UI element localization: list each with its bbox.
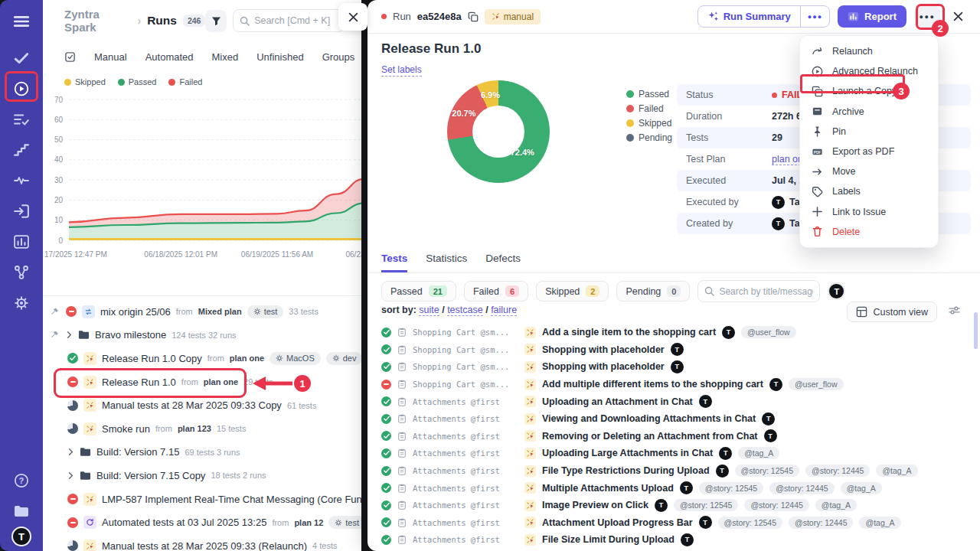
run-list-item[interactable]: Manual tests at 28 Mar 2025 09:33 Copy61… — [43, 393, 361, 417]
test-case-row[interactable]: Attachments @firstMultiple Attachments U… — [381, 479, 980, 497]
run-detail-drawer: Run ea524e8a manual Run Summary ●●● Repo… — [368, 0, 980, 551]
test-case-row[interactable]: Attachments @firstImage Preview on Click… — [381, 497, 980, 514]
run-list-item[interactable]: Build: Version 7.1569 tests 3 runs — [43, 441, 361, 465]
run-list-item[interactable]: Smoke runfromplan 12315 tests — [43, 417, 361, 441]
menu-item-delete[interactable]: Delete — [800, 222, 938, 242]
activity-icon[interactable] — [6, 165, 37, 196]
sort-by-testcase[interactable]: testcase — [447, 305, 483, 316]
run-list-item[interactable]: Bravo milestone124 tests 32 runs — [43, 324, 361, 347]
drawer-close-icon[interactable] — [948, 7, 968, 27]
plus-icon — [812, 206, 823, 217]
clipboard-icon — [397, 432, 407, 441]
svg-text:17/2025 12:47 PM: 17/2025 12:47 PM — [44, 250, 107, 259]
settings-icon[interactable] — [6, 288, 37, 318]
env-badge: MacOS — [270, 352, 321, 365]
test-case-row[interactable]: Attachments @firstAttachment Upload Prog… — [381, 514, 980, 532]
copy-run-id-icon[interactable] — [468, 11, 479, 22]
run-list-item[interactable]: Release Run 1.0fromplan one29 tests — [43, 370, 361, 394]
test-case-row[interactable]: Attachments @firstUploading an Attachmen… — [381, 393, 980, 410]
menu-item-launch-a-copy[interactable]: Launch a Copy — [800, 81, 938, 101]
run-list-item[interactable]: Build: Version 7.15 Copy18 tests 2 runs — [43, 464, 361, 487]
search-icon — [704, 286, 714, 296]
menu-item-link-to-issue[interactable]: Link to Issue — [800, 202, 938, 222]
run-list-item[interactable]: mix origin 25/06fromMixed plantest33 tes… — [43, 300, 361, 324]
view-settings-icon[interactable] — [949, 305, 960, 319]
assignee-avatar[interactable]: T — [828, 282, 845, 300]
manual-icon — [524, 500, 536, 511]
test-tag: @story: 12445 — [769, 482, 834, 494]
select-runs-icon[interactable] — [64, 51, 76, 63]
menu-item-move[interactable]: Move — [800, 161, 938, 181]
test-tag: @story: 12545 — [699, 482, 763, 494]
test-case-row[interactable]: Shopping Cart @sm...Add multiple differe… — [381, 376, 980, 393]
menu-item-labels[interactable]: Labels — [800, 181, 938, 201]
manual-icon — [524, 413, 536, 425]
manual-icon — [524, 517, 536, 528]
run-id: ea524e8a — [417, 11, 462, 22]
tab-defects[interactable]: Defects — [485, 253, 521, 272]
milestones-icon[interactable] — [6, 135, 37, 165]
folder-icon — [80, 470, 91, 481]
test-case-row[interactable]: Attachments @firstRemoving or Deleting a… — [381, 428, 980, 445]
runs-tab-manual[interactable]: Manual — [94, 51, 127, 63]
donut-legend-skipped: Skipped — [626, 118, 672, 129]
menu-item-export-as-pdf[interactable]: PDFExport as PDF — [800, 142, 938, 161]
run-summary-more-button[interactable]: ●●● — [800, 6, 829, 27]
projects-icon[interactable] — [6, 496, 37, 527]
project-breadcrumb[interactable]: Zyntra Spark — [64, 8, 132, 34]
sort-bar: sort by: suite / testcase / failure — [381, 305, 517, 315]
test-tag: @tag_A — [841, 482, 882, 494]
filter-chip-pending[interactable]: Pending0 — [616, 281, 690, 302]
more-actions-button[interactable]: ●●● — [914, 5, 940, 28]
run-list-item[interactable]: Manual tests at 28 Mar 2025 09:33 (Relau… — [43, 534, 361, 551]
custom-view-button[interactable]: Custom view — [847, 302, 937, 322]
filter-button[interactable] — [205, 10, 227, 32]
test-case-row[interactable]: Attachments @firstFile Size Limit During… — [381, 531, 980, 549]
menu-item-advanced-relaunch[interactable]: Advanced Relaunch — [800, 61, 938, 81]
run-list-item[interactable]: LMP-587 Implement Real-Time Chat Messagi… — [43, 487, 361, 511]
test-tag: @story: 12445 — [744, 499, 808, 511]
test-case-row[interactable]: Shopping Cart @sm...Shopping with placeh… — [381, 358, 980, 376]
set-labels-link[interactable]: Set labels — [381, 64, 422, 77]
runs-icon[interactable] — [6, 73, 37, 104]
runs-tab-automated[interactable]: Automated — [145, 51, 194, 63]
test-case-row[interactable]: Shopping Cart @sm...Shopping with placeh… — [381, 341, 980, 359]
menu-item-archive[interactable]: Archive — [800, 102, 938, 122]
integrations-icon[interactable] — [6, 257, 37, 288]
test-case-row[interactable]: Attachments @firstViewing and Downloadin… — [381, 410, 980, 428]
run-list-item[interactable]: Automated tests at 03 Jul 2025 13:25from… — [43, 510, 361, 534]
assignee-avatar: T — [769, 378, 782, 391]
sort-by-suite[interactable]: suite — [419, 305, 439, 316]
menu-icon[interactable] — [6, 6, 37, 37]
run-summary-button[interactable]: Run Summary — [698, 6, 800, 27]
manual-run-icon — [83, 493, 96, 506]
test-case-row[interactable]: Attachments @firstUploading Large Attach… — [381, 445, 980, 462]
svg-text:06/18/2025 12:01 PM: 06/18/2025 12:01 PM — [144, 250, 217, 259]
panel-close-button[interactable] — [338, 3, 368, 31]
runs-search-input[interactable] — [254, 15, 338, 26]
test-plans-icon[interactable] — [6, 104, 37, 135]
runs-tab-mixed[interactable]: Mixed — [212, 51, 239, 63]
tasks-icon[interactable] — [6, 43, 37, 73]
help-icon[interactable]: ? — [6, 465, 37, 496]
tab-tests[interactable]: Tests — [381, 253, 407, 272]
tab-statistics[interactable]: Statistics — [426, 253, 467, 272]
report-button[interactable]: Report — [838, 5, 906, 28]
sort-by-failure[interactable]: failure — [491, 305, 517, 316]
reports-icon[interactable] — [6, 227, 37, 257]
runs-tab-groups[interactable]: Groups — [322, 51, 355, 63]
filter-chip-passed[interactable]: Passed21 — [381, 281, 456, 302]
folder-icon — [78, 329, 90, 341]
runs-list: mix origin 25/06fromMixed plantest33 tes… — [43, 295, 361, 551]
filter-chip-skipped[interactable]: Skipped2 — [536, 281, 609, 302]
requirements-icon[interactable] — [6, 196, 37, 227]
user-avatar[interactable]: T — [11, 527, 31, 546]
filter-chip-failed[interactable]: Failed6 — [464, 281, 528, 302]
run-list-item[interactable]: Release Run 1.0 Copyfromplan oneMacOSdev… — [43, 347, 361, 370]
menu-item-pin[interactable]: Pin — [800, 122, 938, 142]
test-case-row[interactable]: Shopping Cart @sm...Add a single item to… — [381, 324, 980, 341]
runs-tab-unfinished[interactable]: Unfinished — [256, 51, 303, 63]
test-case-row[interactable]: Attachments @firstFile Type Restrictions… — [381, 462, 980, 480]
menu-item-relaunch[interactable]: Relaunch — [800, 41, 938, 61]
tests-search-input[interactable] — [719, 286, 813, 297]
